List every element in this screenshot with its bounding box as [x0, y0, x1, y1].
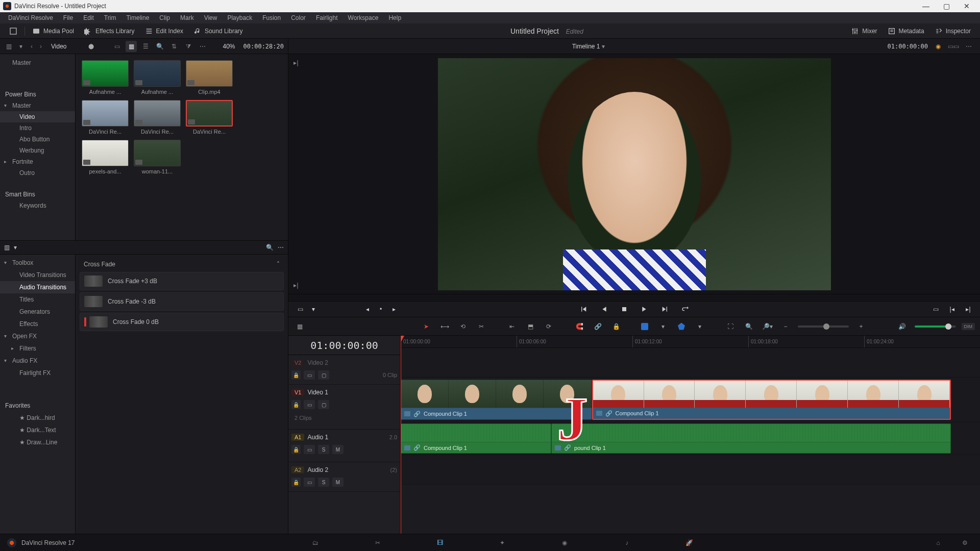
selection-tool-icon[interactable]: ➤ [420, 320, 432, 333]
track-header-v2[interactable]: V2Video 2 🔒▭▢0 Clip [288, 355, 400, 385]
overwrite-clip-icon[interactable]: ⬒ [524, 320, 536, 333]
fx-effects[interactable]: Effects [0, 318, 75, 330]
loop-button[interactable] [680, 304, 691, 315]
prev-edit-icon[interactable]: ◂ [362, 304, 373, 315]
fx-toolbox[interactable]: ▾Toolbox [0, 257, 75, 269]
zoom-in-icon[interactable]: + [855, 320, 867, 333]
playhead[interactable] [401, 336, 401, 534]
fx-fav-1[interactable]: ★ Dark...hird [0, 412, 75, 424]
mute-icon[interactable]: M [332, 445, 344, 454]
track-header-a1[interactable]: A1Audio 12.0 🔒▭SM [288, 430, 400, 462]
fx-dropdown-icon[interactable]: ▾ [14, 244, 17, 251]
flag-dropdown-icon[interactable]: ▾ [657, 320, 669, 333]
link-icon[interactable]: 🔗 [592, 320, 604, 333]
fx-generators[interactable]: Generators [0, 306, 75, 318]
mixer-toggle[interactable]: Mixer [846, 25, 882, 37]
menu-edit[interactable]: Edit [78, 14, 99, 21]
sort-icon[interactable]: ⇅ [168, 41, 180, 52]
stop-button[interactable] [619, 304, 630, 315]
auto-select-icon[interactable]: ▭ [304, 478, 315, 487]
fx-video-transitions[interactable]: Video Transitions [0, 269, 75, 281]
view-filmstrip-icon[interactable]: ▭ [111, 41, 122, 52]
fx-options-icon[interactable]: ⋯ [278, 244, 284, 251]
timeline-view-options-icon[interactable]: ▦ [293, 320, 306, 333]
clip-audio-2[interactable]: 🔗pound Clip 1 [551, 423, 951, 454]
menu-workspace[interactable]: Workspace [343, 14, 384, 21]
menu-help[interactable]: Help [383, 14, 406, 21]
first-frame-button[interactable] [578, 304, 589, 315]
fx-fairlightfx[interactable]: Fairlight FX [0, 367, 75, 379]
nav-fwd[interactable]: › [38, 43, 44, 50]
auto-select-icon[interactable]: ▭ [304, 445, 315, 454]
page-cut-icon[interactable]: ✂ [370, 537, 386, 549]
custom-zoom-icon[interactable]: 🔎▾ [761, 320, 773, 333]
menu-mark[interactable]: Mark [175, 14, 199, 21]
tree-werbung[interactable]: Werbung [0, 145, 75, 156]
jump-prev-clip-icon[interactable]: |◂ [946, 304, 958, 315]
auto-select-icon[interactable]: ▭ [304, 370, 315, 380]
options-icon[interactable]: ⋯ [197, 41, 208, 52]
fx-filters[interactable]: ▸Filters [0, 342, 75, 355]
bypass-grade-icon[interactable]: ◉ [933, 41, 943, 52]
fx-titles[interactable]: Titles [0, 293, 75, 306]
insert-clip-icon[interactable]: ⇤ [506, 320, 518, 333]
track-lane-a1[interactable]: 🔗Compound Clip 1 🔗pound Clip 1 [401, 422, 980, 455]
page-color-icon[interactable]: ◉ [556, 537, 573, 549]
fx-search-icon[interactable]: 🔍 [266, 244, 274, 251]
fullscreen-icon[interactable] [4, 25, 22, 37]
program-viewer[interactable]: ▸| ▸| [288, 54, 980, 294]
play-reverse-button[interactable] [598, 304, 609, 315]
tree-intro[interactable]: Intro [0, 122, 75, 134]
volume-slider[interactable] [915, 325, 955, 328]
tree-fortnite[interactable]: ▸Fortnite [0, 156, 75, 167]
close-button[interactable]: ✕ [957, 1, 977, 11]
track-lane-a2[interactable] [401, 455, 980, 485]
dynamic-trim-icon[interactable]: ⟲ [457, 320, 469, 333]
auto-select-icon[interactable]: ▭ [304, 400, 315, 409]
tree-abo-button[interactable]: Abo Button [0, 134, 75, 145]
menu-davinci[interactable]: DaVinci Resolve [3, 14, 58, 21]
collapse-icon[interactable]: ˄ [277, 261, 280, 268]
menu-trim[interactable]: Trim [99, 14, 121, 21]
track-header-a2[interactable]: A2Audio 2(2) 🔒▭SM [288, 462, 400, 492]
viewer-scrubber[interactable] [288, 294, 980, 301]
mute-icon[interactable]: M [332, 478, 344, 487]
solo-icon[interactable]: S [318, 445, 329, 454]
viewer-options-icon[interactable]: ⋯ [964, 41, 974, 52]
fx-openfx[interactable]: ▾Open FX [0, 330, 75, 342]
filter-icon[interactable]: ⧩ [183, 41, 194, 52]
lock-track-icon[interactable]: 🔒 [291, 478, 301, 487]
transform-overlay-icon[interactable]: ▭ [295, 304, 306, 315]
media-pool-toggle[interactable]: Media Pool [27, 25, 79, 37]
marker-dropdown-icon[interactable]: ▾ [694, 320, 706, 333]
menu-playback[interactable]: Playback [222, 14, 257, 21]
next-edit-icon[interactable]: ▸ [388, 304, 400, 315]
page-edit-icon[interactable]: 🎞 [432, 537, 448, 549]
bin-list-icon[interactable]: ▥ [4, 42, 13, 51]
lock-track-icon[interactable]: 🔒 [291, 400, 301, 409]
fx-audiofx[interactable]: ▾Audio FX [0, 355, 75, 367]
zoom-to-fit-icon[interactable]: ⛶ [724, 320, 737, 333]
page-deliver-icon[interactable]: 🚀 [681, 537, 697, 549]
zoom-out-icon[interactable]: − [779, 320, 792, 333]
track-header-v1[interactable]: V1Video 1 🔒▭▢ 2 Clips [288, 385, 400, 430]
clip-video-2[interactable]: 🔗Compound Clip 1 [592, 380, 951, 420]
clip-video-1[interactable]: 🔗Compound Clip 1 [401, 380, 592, 420]
fx-entry[interactable]: Cross Fade -3 dB [80, 292, 284, 311]
overlay-dropdown-icon[interactable]: ▾ [308, 304, 319, 315]
flag-icon[interactable] [639, 320, 651, 333]
marker-dot-icon[interactable]: • [375, 304, 386, 315]
page-fairlight-icon[interactable]: ♪ [619, 537, 635, 549]
snap-icon[interactable]: 🧲 [573, 320, 585, 333]
detail-zoom-icon[interactable]: 🔍 [743, 320, 755, 333]
metadata-toggle[interactable]: Metadata [883, 25, 929, 37]
disable-track-icon[interactable]: ▢ [318, 370, 329, 380]
jump-start-icon[interactable]: ▸| [291, 59, 301, 66]
maximize-button[interactable]: ▢ [936, 1, 957, 11]
disable-track-icon[interactable]: ▢ [318, 400, 329, 409]
menu-clip[interactable]: Clip [154, 14, 175, 21]
view-list-icon[interactable]: ☰ [140, 41, 151, 52]
timeline-name[interactable]: Timeline 1 ▾ [492, 43, 684, 50]
thumb-item[interactable]: Aufnahme ... [134, 60, 181, 95]
timeline-ruler[interactable]: 01:00:00:00 01:00:06:00 01:00:12:00 01:0… [401, 336, 980, 348]
